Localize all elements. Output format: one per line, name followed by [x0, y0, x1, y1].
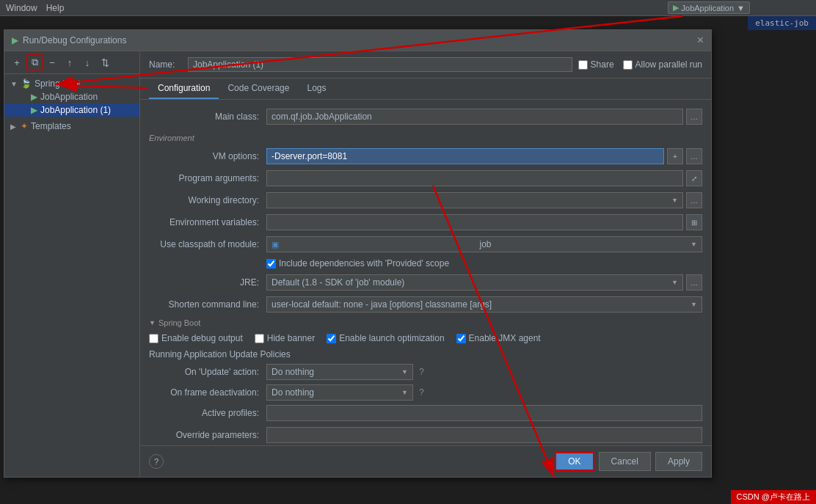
main-class-input[interactable] — [266, 109, 683, 125]
shorten-cmd-select[interactable]: user-local default: none - java [options… — [266, 296, 702, 313]
dialog-run-icon: ▶ — [12, 35, 18, 45]
shorten-cmd-arrow: ▼ — [691, 301, 697, 308]
enable-launch-text: Enable launch optimization — [339, 333, 444, 343]
env-vars-grid-button[interactable]: ⊞ — [686, 214, 702, 230]
run-icon: ▶ — [673, 3, 679, 12]
hide-banner-text: Hide banner — [267, 333, 315, 343]
tab-configuration[interactable]: Configuration — [149, 78, 219, 99]
program-args-input[interactable] — [266, 170, 683, 186]
hide-banner-checkbox[interactable] — [255, 334, 264, 343]
working-dir-select[interactable]: ▼ — [266, 192, 683, 208]
on-frame-select[interactable]: Do nothing ▼ — [266, 384, 413, 401]
enable-jmx-label[interactable]: Enable JMX agent — [456, 333, 541, 343]
program-args-label: Program arguments: — [149, 173, 266, 183]
allow-parallel-checkbox-label[interactable]: Allow parallel run — [623, 59, 702, 70]
enable-launch-checkbox[interactable] — [327, 334, 336, 343]
on-update-select[interactable]: Do nothing ▼ — [266, 364, 413, 380]
enable-jmx-checkbox[interactable] — [456, 334, 466, 343]
spring-boot-group-label: Spring Boot — [34, 78, 81, 89]
on-frame-help-icon[interactable]: ? — [419, 387, 424, 398]
move-down-button[interactable]: ↓ — [79, 54, 95, 70]
update-policies: Running Application Update Policies On '… — [149, 349, 702, 401]
vm-options-expand-button[interactable]: + — [667, 148, 683, 164]
tree-item-jobapplication[interactable]: ▶ JobApplication — [4, 90, 139, 103]
on-update-help-icon[interactable]: ? — [419, 367, 424, 377]
main-class-browse-button[interactable]: … — [686, 109, 702, 125]
move-up-button[interactable]: ↑ — [62, 54, 78, 70]
jobapplication-1-label: JobApplication (1) — [40, 105, 111, 115]
override-params-input[interactable] — [266, 427, 702, 443]
tree-item-jobapplication-1[interactable]: ▶ JobApplication (1) — [4, 103, 139, 117]
include-provided-label[interactable]: Include dependencies with 'Provided' sco… — [266, 258, 449, 269]
remove-config-button[interactable]: − — [44, 54, 60, 70]
spring-boot-icon: 🍃 — [21, 78, 32, 89]
dialog-titlebar: ▶ Run/Debug Configurations × — [4, 30, 711, 51]
share-checkbox[interactable] — [578, 60, 588, 70]
minus-icon: − — [49, 57, 55, 68]
enable-debug-label[interactable]: Enable debug output — [149, 333, 243, 343]
name-field-label: Name: — [149, 59, 182, 70]
tree-templates-group[interactable]: ▶ ✦ Templates — [4, 120, 139, 133]
jre-select[interactable]: Default (1.8 - SDK of 'job' module) ▼ — [266, 274, 683, 291]
program-args-expand-button[interactable]: ⤢ — [686, 170, 702, 186]
shorten-cmd-label: Shorten command line: — [149, 299, 266, 310]
spring-boot-section-label: Spring Boot — [149, 318, 702, 327]
on-frame-field: Do nothing ▼ ? — [266, 384, 424, 401]
dialog-footer: ? OK Cancel Apply — [140, 445, 711, 477]
menu-help[interactable]: Help — [46, 3, 65, 13]
hide-banner-label[interactable]: Hide banner — [255, 333, 315, 343]
tree-spring-boot-group[interactable]: ▼ 🍃 Spring Boot — [4, 77, 139, 90]
working-dir-browse-button[interactable]: … — [686, 192, 702, 208]
program-args-row: Program arguments: ⤢ — [149, 170, 702, 186]
allow-parallel-checkbox[interactable] — [623, 60, 633, 70]
copy-config-button[interactable]: ⧉ — [26, 54, 43, 70]
classpath-row: Use classpath of module: ▣ job ▼ — [149, 236, 702, 252]
enable-launch-label[interactable]: Enable launch optimization — [327, 333, 444, 343]
on-frame-label: On frame deactivation: — [149, 387, 266, 398]
environment-section-label: Environment — [149, 131, 702, 145]
classpath-select[interactable]: ▣ job ▼ — [266, 236, 702, 252]
main-class-field: … — [266, 109, 702, 125]
env-vars-label: Environment variables: — [149, 217, 266, 227]
sort-button[interactable]: ⇅ — [97, 54, 113, 70]
vm-options-extra-button[interactable]: … — [686, 148, 702, 164]
classpath-arrow: ▼ — [691, 241, 697, 248]
jre-label: JRE: — [149, 277, 266, 288]
env-vars-row: Environment variables: ⊞ — [149, 214, 702, 230]
name-input[interactable] — [188, 57, 572, 72]
vm-options-label: VM options: — [149, 151, 266, 161]
tab-logs[interactable]: Logs — [298, 78, 335, 99]
vm-options-input[interactable] — [266, 148, 664, 164]
plus-icon: + — [14, 57, 20, 68]
jre-browse-button[interactable]: … — [686, 274, 702, 291]
ok-button[interactable]: OK — [555, 452, 594, 471]
add-config-button[interactable]: + — [9, 54, 25, 70]
apply-button[interactable]: Apply — [655, 452, 702, 471]
include-provided-checkbox[interactable] — [266, 259, 276, 269]
left-toolbar: + ⧉ − ↑ ↓ ⇅ — [4, 51, 139, 74]
menu-window[interactable]: Window — [6, 3, 37, 13]
dialog-title-area: ▶ Run/Debug Configurations — [12, 35, 126, 45]
env-vars-field: ⊞ — [266, 214, 702, 230]
expander-icon: ▼ — [10, 80, 18, 88]
tabs-bar: Configuration Code Coverage Logs — [140, 78, 711, 100]
active-profiles-input[interactable] — [266, 405, 702, 421]
arrow-down-icon: ↓ — [85, 57, 90, 68]
dialog-close-button[interactable]: × — [697, 34, 704, 46]
enable-debug-checkbox[interactable] — [149, 334, 159, 343]
templates-expander: ▶ — [10, 123, 18, 131]
top-menubar: Window Help ▶ JobApplication ▼ — [0, 0, 816, 16]
templates-icon: ✦ — [21, 121, 28, 131]
working-dir-arrow: ▼ — [671, 197, 678, 204]
vm-options-field: + … — [266, 148, 702, 164]
override-params-label: Override parameters: — [149, 430, 266, 440]
share-checkbox-label[interactable]: Share — [578, 59, 614, 70]
run-config-button[interactable]: ▶ JobApplication ▼ — [668, 1, 750, 14]
tab-code-coverage[interactable]: Code Coverage — [219, 78, 298, 99]
help-button[interactable]: ? — [149, 454, 164, 469]
cancel-button[interactable]: Cancel — [599, 452, 651, 471]
env-vars-input[interactable] — [266, 214, 683, 230]
run-config-label: JobApplication — [682, 4, 735, 12]
shorten-cmd-field: user-local default: none - java [options… — [266, 296, 702, 313]
menu-items: Window Help — [6, 3, 64, 13]
